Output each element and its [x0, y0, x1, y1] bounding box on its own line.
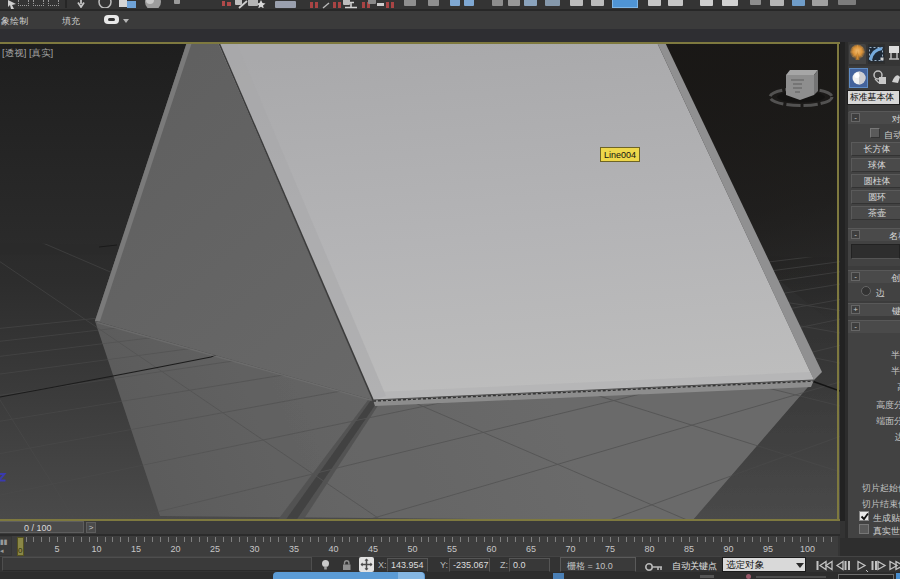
svg-text:Line004: Line004 — [604, 150, 636, 160]
svg-text:[透视] [真实]: [透视] [真实] — [2, 47, 53, 58]
